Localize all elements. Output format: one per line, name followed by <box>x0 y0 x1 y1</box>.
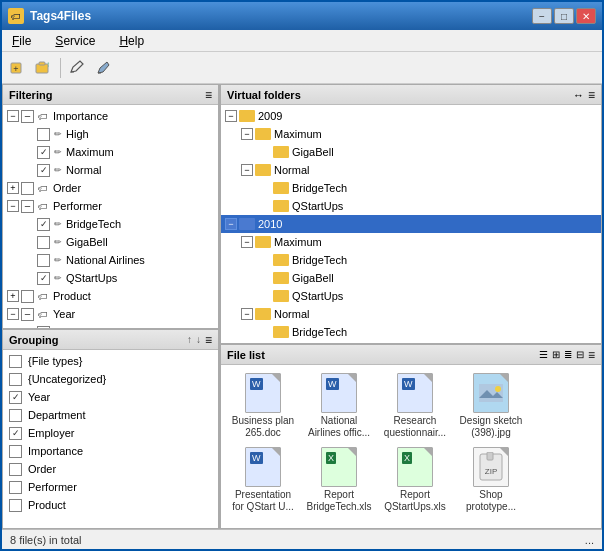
chk-national[interactable] <box>37 254 50 267</box>
chk-order[interactable] <box>21 182 34 195</box>
file-item-nationalairlines[interactable]: W NationalAirlines offic... <box>303 371 375 441</box>
chk-filetypes[interactable] <box>9 355 22 368</box>
vf-row-2010-max-qs[interactable]: QStartUps <box>221 287 601 305</box>
expander-order[interactable]: + <box>7 182 19 194</box>
group-item-order[interactable]: Order <box>3 460 218 478</box>
vf-row-2010-normal[interactable]: − Normal <box>221 305 601 323</box>
vf-row-2009-max-gigabell[interactable]: GigaBell <box>221 143 601 161</box>
pen-button[interactable] <box>91 56 115 80</box>
vf-row-2010-max-bt[interactable]: BridgeTech <box>221 251 601 269</box>
grouping-down-button[interactable]: ↓ <box>196 334 201 345</box>
close-button[interactable]: ✕ <box>576 8 596 24</box>
file-grid[interactable]: W Business plan265.doc W NationalAirline… <box>221 365 601 528</box>
vf-expand-icon[interactable]: ↔ <box>573 89 584 101</box>
grouping-menu-icon[interactable]: ≡ <box>205 333 212 347</box>
chk-group-order[interactable] <box>9 463 22 476</box>
menu-file[interactable]: File <box>6 32 37 50</box>
expander-year[interactable]: − <box>7 308 19 320</box>
chk-group-year[interactable] <box>9 391 22 404</box>
vf-row-2009-norm-bt[interactable]: BridgeTech <box>221 179 601 197</box>
file-item-research[interactable]: W Researchquestionnair... <box>379 371 451 441</box>
grouping-list[interactable]: {File types} {Uncategorized} Year Depart… <box>3 350 218 528</box>
chk-high[interactable] <box>37 128 50 141</box>
tree-row-order[interactable]: + 🏷 Order <box>3 179 218 197</box>
expander-performer[interactable]: − <box>7 200 19 212</box>
chk-bridgetech[interactable] <box>37 218 50 231</box>
chk-2008[interactable] <box>37 326 50 329</box>
chk-performer[interactable] <box>21 200 34 213</box>
chk-normal[interactable] <box>37 164 50 177</box>
virtual-tree[interactable]: − 2009 − Maximum GigaBell <box>221 105 601 343</box>
fl-detail-icon[interactable]: ≣ <box>564 349 572 360</box>
chk-uncategorized[interactable] <box>9 373 22 386</box>
vf-row-2009[interactable]: − 2009 <box>221 107 601 125</box>
menu-service[interactable]: Service <box>49 32 101 50</box>
vf-exp-2009-normal[interactable]: − <box>241 164 253 176</box>
tree-row-high[interactable]: ✏ High <box>3 125 218 143</box>
open-button[interactable]: ↑ <box>32 56 56 80</box>
filtering-tree[interactable]: − 🏷 Importance ✏ High <box>3 105 218 328</box>
group-item-year[interactable]: Year <box>3 388 218 406</box>
group-item-performer[interactable]: Performer <box>3 478 218 496</box>
vf-menu-icon[interactable]: ≡ <box>588 88 595 102</box>
chk-importance[interactable] <box>21 110 34 123</box>
file-item-designsketch[interactable]: Design sketch(398).jpg <box>455 371 527 441</box>
vf-row-2009-max[interactable]: − Maximum <box>221 125 601 143</box>
fl-more-icon[interactable]: ⊟ <box>576 349 584 360</box>
chk-qstartups[interactable] <box>37 272 50 285</box>
group-item-importance[interactable]: Importance <box>3 442 218 460</box>
grouping-up-button[interactable]: ↑ <box>187 334 192 345</box>
vf-exp-2010-max[interactable]: − <box>241 236 253 248</box>
chk-group-product[interactable] <box>9 499 22 512</box>
vf-exp-2010[interactable]: − <box>225 218 237 230</box>
tree-row-gigabell[interactable]: ✏ GigaBell <box>3 233 218 251</box>
group-item-employer[interactable]: Employer <box>3 424 218 442</box>
fl-grid-icon[interactable]: ⊞ <box>552 349 560 360</box>
chk-department[interactable] <box>9 409 22 422</box>
chk-product[interactable] <box>21 290 34 303</box>
tree-row-bridgetech[interactable]: ✏ BridgeTech <box>3 215 218 233</box>
file-item-presentation[interactable]: W Presentationfor QStart U... <box>227 445 299 515</box>
chk-group-performer[interactable] <box>9 481 22 494</box>
chk-group-importance[interactable] <box>9 445 22 458</box>
menu-help[interactable]: Help <box>113 32 150 50</box>
tree-row-maximum[interactable]: ✏ Maximum <box>3 143 218 161</box>
file-item-businessplan[interactable]: W Business plan265.doc <box>227 371 299 441</box>
file-item-report-qs[interactable]: X ReportQStartUps.xls <box>379 445 451 515</box>
group-item-department[interactable]: Department <box>3 406 218 424</box>
expander-importance[interactable]: − <box>7 110 19 122</box>
edit-button[interactable] <box>65 56 89 80</box>
vf-row-2009-norm-qs[interactable]: QStartUps <box>221 197 601 215</box>
tree-row-national-airlines[interactable]: ✏ National Airlines <box>3 251 218 269</box>
chk-maximum[interactable] <box>37 146 50 159</box>
file-item-shop[interactable]: ZIP Shopprototype... <box>455 445 527 515</box>
maximize-button[interactable]: □ <box>554 8 574 24</box>
vf-row-2009-normal[interactable]: − Normal <box>221 161 601 179</box>
group-item-product[interactable]: Product <box>3 496 218 514</box>
chk-employer[interactable] <box>9 427 22 440</box>
tree-row-year[interactable]: − 🏷 Year <box>3 305 218 323</box>
tree-row-2008[interactable]: ✏ 2008 <box>3 323 218 328</box>
vf-row-2010-norm-bt[interactable]: BridgeTech <box>221 323 601 341</box>
fl-list-icon[interactable]: ☰ <box>539 349 548 360</box>
vf-exp-2010-normal[interactable]: − <box>241 308 253 320</box>
vf-exp-2009[interactable]: − <box>225 110 237 122</box>
chk-year[interactable] <box>21 308 34 321</box>
tree-row-qstartups[interactable]: ✏ QStartUps <box>3 269 218 287</box>
vf-row-2010[interactable]: − 2010 <box>221 215 601 233</box>
vf-row-2010-max[interactable]: − Maximum <box>221 233 601 251</box>
tree-row-normal[interactable]: ✏ Normal <box>3 161 218 179</box>
tree-row-importance[interactable]: − 🏷 Importance <box>3 107 218 125</box>
expander-product[interactable]: + <box>7 290 19 302</box>
new-tag-button[interactable]: + <box>6 56 30 80</box>
fl-menu-icon[interactable]: ≡ <box>588 348 595 362</box>
group-item-uncategorized[interactable]: {Uncategorized} <box>3 370 218 388</box>
vf-row-2010-max-gb[interactable]: GigaBell <box>221 269 601 287</box>
tree-row-product[interactable]: + 🏷 Product <box>3 287 218 305</box>
vf-row-2010-norm-gb[interactable]: GigaBell <box>221 341 601 343</box>
vf-exp-2009-max[interactable]: − <box>241 128 253 140</box>
file-item-report-bt[interactable]: X ReportBridgeTech.xls <box>303 445 375 515</box>
tree-row-performer[interactable]: − 🏷 Performer <box>3 197 218 215</box>
chk-gigabell[interactable] <box>37 236 50 249</box>
group-item-filetypes[interactable]: {File types} <box>3 352 218 370</box>
